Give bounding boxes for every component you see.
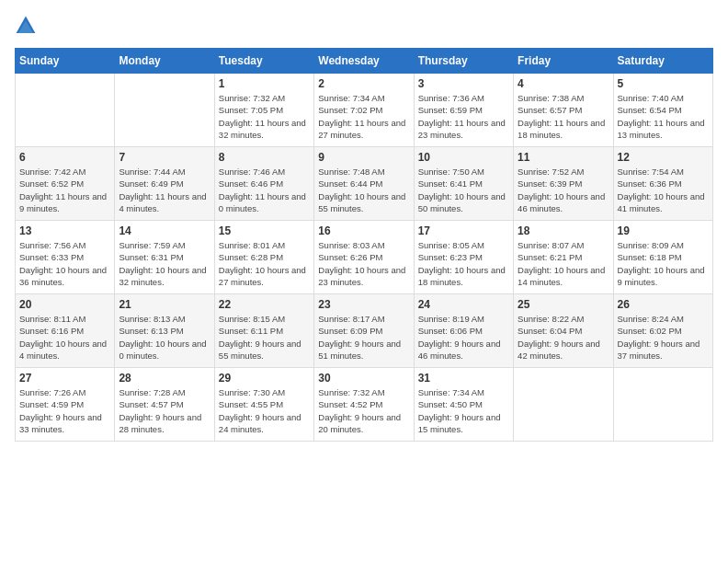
calendar-week-3: 13Sunrise: 7:56 AM Sunset: 6:33 PM Dayli… xyxy=(16,221,713,294)
cell-info: Sunrise: 8:13 AM Sunset: 6:13 PM Dayligh… xyxy=(119,313,210,362)
calendar-week-4: 20Sunrise: 8:11 AM Sunset: 6:16 PM Dayli… xyxy=(16,294,713,368)
calendar-cell: 22Sunrise: 8:15 AM Sunset: 6:11 PM Dayli… xyxy=(214,294,313,368)
col-header-monday: Monday xyxy=(115,49,214,74)
day-number: 15 xyxy=(219,224,310,237)
logo xyxy=(15,15,40,37)
cell-info: Sunrise: 7:30 AM Sunset: 4:55 PM Dayligh… xyxy=(219,386,310,435)
col-header-saturday: Saturday xyxy=(613,49,712,74)
cell-info: Sunrise: 7:52 AM Sunset: 6:39 PM Dayligh… xyxy=(518,166,609,214)
cell-info: Sunrise: 8:01 AM Sunset: 6:28 PM Dayligh… xyxy=(219,239,310,288)
cell-info: Sunrise: 7:26 AM Sunset: 4:59 PM Dayligh… xyxy=(19,386,110,435)
cell-info: Sunrise: 7:28 AM Sunset: 4:57 PM Dayligh… xyxy=(119,386,210,435)
calendar-cell: 8Sunrise: 7:46 AM Sunset: 6:46 PM Daylig… xyxy=(214,147,313,221)
calendar-cell: 2Sunrise: 7:34 AM Sunset: 7:02 PM Daylig… xyxy=(314,74,414,147)
day-number: 28 xyxy=(119,372,210,385)
cell-info: Sunrise: 7:44 AM Sunset: 6:49 PM Dayligh… xyxy=(119,166,210,214)
day-number: 13 xyxy=(19,224,110,237)
col-header-wednesday: Wednesday xyxy=(314,49,414,74)
calendar-cell: 1Sunrise: 7:32 AM Sunset: 7:05 PM Daylig… xyxy=(214,74,313,147)
day-number: 4 xyxy=(518,77,609,90)
page-header xyxy=(15,15,713,37)
calendar-week-2: 6Sunrise: 7:42 AM Sunset: 6:52 PM Daylig… xyxy=(16,147,713,221)
day-number: 20 xyxy=(19,298,110,311)
calendar-table: SundayMondayTuesdayWednesdayThursdayFrid… xyxy=(15,48,713,442)
cell-info: Sunrise: 7:48 AM Sunset: 6:44 PM Dayligh… xyxy=(318,166,409,214)
cell-info: Sunrise: 8:15 AM Sunset: 6:11 PM Dayligh… xyxy=(219,313,310,362)
calendar-cell: 9Sunrise: 7:48 AM Sunset: 6:44 PM Daylig… xyxy=(314,147,414,221)
calendar-week-1: 1Sunrise: 7:32 AM Sunset: 7:05 PM Daylig… xyxy=(16,74,713,147)
day-number: 26 xyxy=(618,298,709,311)
calendar-cell: 10Sunrise: 7:50 AM Sunset: 6:41 PM Dayli… xyxy=(414,147,513,221)
day-number: 22 xyxy=(219,298,310,311)
day-number: 30 xyxy=(318,372,409,385)
calendar-cell: 11Sunrise: 7:52 AM Sunset: 6:39 PM Dayli… xyxy=(514,147,613,221)
cell-info: Sunrise: 8:11 AM Sunset: 6:16 PM Dayligh… xyxy=(19,313,110,362)
calendar-cell: 13Sunrise: 7:56 AM Sunset: 6:33 PM Dayli… xyxy=(16,221,115,294)
cell-info: Sunrise: 8:07 AM Sunset: 6:21 PM Dayligh… xyxy=(518,239,609,288)
day-number: 25 xyxy=(518,298,609,311)
col-header-sunday: Sunday xyxy=(16,49,115,74)
calendar-cell: 20Sunrise: 8:11 AM Sunset: 6:16 PM Dayli… xyxy=(16,294,115,368)
cell-info: Sunrise: 8:09 AM Sunset: 6:18 PM Dayligh… xyxy=(618,239,709,288)
day-number: 14 xyxy=(119,224,210,237)
calendar-cell: 17Sunrise: 8:05 AM Sunset: 6:23 PM Dayli… xyxy=(414,221,513,294)
calendar-cell xyxy=(115,74,214,147)
cell-info: Sunrise: 7:34 AM Sunset: 7:02 PM Dayligh… xyxy=(318,92,409,141)
day-number: 7 xyxy=(119,151,210,164)
cell-info: Sunrise: 8:17 AM Sunset: 6:09 PM Dayligh… xyxy=(318,313,409,362)
day-number: 5 xyxy=(618,77,709,90)
calendar-cell: 29Sunrise: 7:30 AM Sunset: 4:55 PM Dayli… xyxy=(214,368,313,442)
calendar-cell: 5Sunrise: 7:40 AM Sunset: 6:54 PM Daylig… xyxy=(613,74,712,147)
cell-info: Sunrise: 7:34 AM Sunset: 4:50 PM Dayligh… xyxy=(418,386,509,435)
calendar-cell: 23Sunrise: 8:17 AM Sunset: 6:09 PM Dayli… xyxy=(314,294,414,368)
col-header-thursday: Thursday xyxy=(414,49,513,74)
cell-info: Sunrise: 7:32 AM Sunset: 4:52 PM Dayligh… xyxy=(318,386,409,435)
day-number: 19 xyxy=(618,224,709,237)
calendar-week-5: 27Sunrise: 7:26 AM Sunset: 4:59 PM Dayli… xyxy=(16,368,713,442)
day-number: 23 xyxy=(318,298,409,311)
calendar-header-row: SundayMondayTuesdayWednesdayThursdayFrid… xyxy=(16,49,713,74)
day-number: 27 xyxy=(19,372,110,385)
cell-info: Sunrise: 8:05 AM Sunset: 6:23 PM Dayligh… xyxy=(418,239,509,288)
day-number: 12 xyxy=(618,151,709,164)
day-number: 16 xyxy=(318,224,409,237)
cell-info: Sunrise: 8:03 AM Sunset: 6:26 PM Dayligh… xyxy=(318,239,409,288)
cell-info: Sunrise: 7:46 AM Sunset: 6:46 PM Dayligh… xyxy=(219,166,310,214)
calendar-cell: 12Sunrise: 7:54 AM Sunset: 6:36 PM Dayli… xyxy=(613,147,712,221)
day-number: 24 xyxy=(418,298,509,311)
logo-icon xyxy=(15,15,37,37)
calendar-cell: 30Sunrise: 7:32 AM Sunset: 4:52 PM Dayli… xyxy=(314,368,414,442)
calendar-cell: 24Sunrise: 8:19 AM Sunset: 6:06 PM Dayli… xyxy=(414,294,513,368)
calendar-cell: 18Sunrise: 8:07 AM Sunset: 6:21 PM Dayli… xyxy=(514,221,613,294)
day-number: 10 xyxy=(418,151,509,164)
cell-info: Sunrise: 8:22 AM Sunset: 6:04 PM Dayligh… xyxy=(518,313,609,362)
calendar-cell: 28Sunrise: 7:28 AM Sunset: 4:57 PM Dayli… xyxy=(115,368,214,442)
cell-info: Sunrise: 7:32 AM Sunset: 7:05 PM Dayligh… xyxy=(219,92,310,141)
calendar-cell: 4Sunrise: 7:38 AM Sunset: 6:57 PM Daylig… xyxy=(514,74,613,147)
day-number: 1 xyxy=(219,77,310,90)
day-number: 2 xyxy=(318,77,409,90)
calendar-cell: 3Sunrise: 7:36 AM Sunset: 6:59 PM Daylig… xyxy=(414,74,513,147)
calendar-cell: 15Sunrise: 8:01 AM Sunset: 6:28 PM Dayli… xyxy=(214,221,313,294)
day-number: 8 xyxy=(219,151,310,164)
calendar-cell: 6Sunrise: 7:42 AM Sunset: 6:52 PM Daylig… xyxy=(16,147,115,221)
cell-info: Sunrise: 7:36 AM Sunset: 6:59 PM Dayligh… xyxy=(418,92,509,141)
day-number: 29 xyxy=(219,372,310,385)
cell-info: Sunrise: 8:24 AM Sunset: 6:02 PM Dayligh… xyxy=(618,313,709,362)
calendar-cell: 7Sunrise: 7:44 AM Sunset: 6:49 PM Daylig… xyxy=(115,147,214,221)
col-header-friday: Friday xyxy=(514,49,613,74)
calendar-cell: 31Sunrise: 7:34 AM Sunset: 4:50 PM Dayli… xyxy=(414,368,513,442)
cell-info: Sunrise: 7:40 AM Sunset: 6:54 PM Dayligh… xyxy=(618,92,709,141)
cell-info: Sunrise: 7:56 AM Sunset: 6:33 PM Dayligh… xyxy=(19,239,110,288)
col-header-tuesday: Tuesday xyxy=(214,49,313,74)
calendar-cell: 21Sunrise: 8:13 AM Sunset: 6:13 PM Dayli… xyxy=(115,294,214,368)
day-number: 31 xyxy=(418,372,509,385)
calendar-cell xyxy=(613,368,712,442)
day-number: 6 xyxy=(19,151,110,164)
cell-info: Sunrise: 7:50 AM Sunset: 6:41 PM Dayligh… xyxy=(418,166,509,214)
cell-info: Sunrise: 7:54 AM Sunset: 6:36 PM Dayligh… xyxy=(618,166,709,214)
day-number: 21 xyxy=(119,298,210,311)
day-number: 3 xyxy=(418,77,509,90)
calendar-cell xyxy=(16,74,115,147)
calendar-cell: 14Sunrise: 7:59 AM Sunset: 6:31 PM Dayli… xyxy=(115,221,214,294)
